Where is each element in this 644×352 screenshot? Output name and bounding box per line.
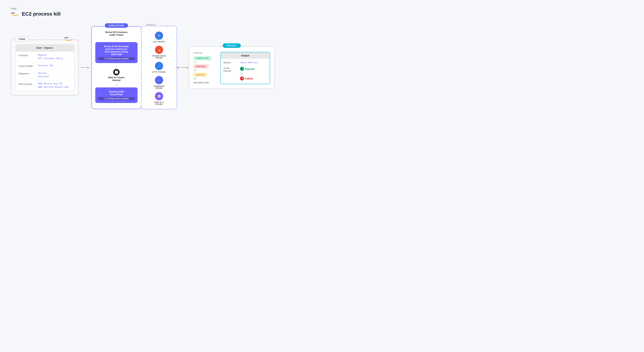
http-probe-icon: 🌐 xyxy=(155,62,163,70)
svg-text:i: i xyxy=(105,98,105,99)
tune-label: TUNE xyxy=(15,37,29,42)
execution-label: EXECUTION xyxy=(105,23,128,28)
probe-prometheus: 🔥 PROMETHEUSPROBE xyxy=(145,46,173,59)
or-1: OR xyxy=(194,61,215,64)
input-row-secrets: AWS Secrets AWS Access Key ID AWS Secret… xyxy=(16,80,74,91)
svg-text:⚙: ⚙ xyxy=(158,34,160,37)
or-2: OR xyxy=(194,69,215,72)
down-arrow-1: ↓ xyxy=(95,38,138,42)
execution-section: EXECUTION Derive EC2 instanceunder Chaos… xyxy=(91,26,142,109)
down-arrow-2: ↓ xyxy=(95,64,138,68)
arrow-tune-execution xyxy=(79,67,91,68)
srm-probe-label: SRM SLOPROBE xyxy=(154,102,164,105)
svg-text:🔥: 🔥 xyxy=(158,48,161,52)
metrics-label: Metrics xyxy=(224,61,238,64)
passed-label: Passed xyxy=(245,67,254,70)
or-3: OR xyxy=(194,78,215,80)
tune-section: TUNE aws User Inputs Common Region EC2 I… xyxy=(11,40,79,96)
probe-command: >_ COMMANDPROBE xyxy=(145,76,173,89)
exec-step-wait: 🕐 Wait for ChaosInterval xyxy=(95,69,138,82)
input-row-sequence: Sequence Serial Parallel xyxy=(16,70,74,80)
status-queued: QUEUED xyxy=(194,73,207,77)
priv-badge-1: i Privilege access required xyxy=(98,57,135,60)
clock-icon: 🕐 xyxy=(113,69,120,76)
fault-label: Fault xyxy=(11,7,633,10)
probe-k8s: ⚙ K8S PROBE xyxy=(145,32,173,43)
k8s-probe-label: K8S PROBE xyxy=(153,41,165,43)
output-card: Output Metrics chaos metrics Probe Resul… xyxy=(220,52,270,84)
status-errored: ERRORED xyxy=(194,64,209,68)
command-probe-label: COMMANDPROBE xyxy=(154,85,164,89)
failed-result: ✕ Failed xyxy=(240,76,254,80)
status-section: STATUS COMPLETED OR ERRORED OR QUEUED OR… xyxy=(194,52,215,84)
user-inputs-header: User Inputs xyxy=(16,44,74,52)
probes-section: PROBES ⚙ K8S PROBE 🔥 PROMETHEUSPROBE 🌐 H… xyxy=(141,26,177,109)
aws-logo-tune: aws xyxy=(64,36,73,42)
svg-text:>_: >_ xyxy=(158,79,160,82)
user-inputs-table: User Inputs Common Region EC2 Instance I… xyxy=(16,44,74,91)
down-arrow-3: ↓ xyxy=(95,83,138,87)
or-probe: OR xyxy=(240,72,254,75)
exec-step-delete-ssm: Deleting SSMDocuments i Privilege access… xyxy=(95,88,138,103)
svg-text:i: i xyxy=(105,58,105,59)
svg-text:aws: aws xyxy=(11,12,15,14)
status-incompleted: INCOMPLETED xyxy=(194,82,209,84)
failed-label: Failed xyxy=(245,77,253,80)
metrics-value: chaos metrics xyxy=(240,61,258,64)
x-icon: ✕ xyxy=(240,76,244,80)
arrow-probes-result xyxy=(177,67,189,68)
status-title: STATUS xyxy=(194,52,215,54)
svg-text:🌐: 🌐 xyxy=(158,64,161,68)
check-icon: ✓ xyxy=(240,67,244,71)
svg-point-4 xyxy=(104,98,106,100)
probes-label: PROBES xyxy=(145,24,157,26)
prometheus-probe-label: PROMETHEUSPROBE xyxy=(152,55,166,59)
srm-probe-icon: 📊 xyxy=(155,92,163,100)
exec-step-derive-instance: Derive EC2 instanceunder Chaos xyxy=(95,31,138,36)
output-row-metrics: Metrics chaos metrics xyxy=(224,61,267,64)
status-completed: COMPLETED xyxy=(194,56,211,60)
probe-results-sublabel: Results xyxy=(224,70,238,72)
command-probe-icon: >_ xyxy=(155,76,163,84)
input-row-chaos: Chaos Details Process IDs xyxy=(16,62,74,70)
flow-container: TUNE aws User Inputs Common Region EC2 I… xyxy=(11,26,633,109)
passed-result: ✓ Passed xyxy=(240,67,254,71)
result-section: RESULT STATUS COMPLETED OR ERRORED OR QU… xyxy=(189,46,275,89)
page-title: EC2 process kill xyxy=(22,11,60,17)
prometheus-probe-icon: 🔥 xyxy=(155,46,163,54)
svg-text:📊: 📊 xyxy=(158,95,161,98)
input-row-common: Common Region EC2 Instance ID(s) xyxy=(16,52,74,62)
probe-http: 🌐 HTTP PROBE xyxy=(145,62,173,73)
exec-step-kill-process: Derive & kill the targetprocess running … xyxy=(95,42,138,63)
result-label: RESULT xyxy=(222,43,241,48)
http-probe-label: HTTP PROBE xyxy=(152,71,166,73)
svg-text:aws: aws xyxy=(64,36,68,39)
priv-badge-2: i Privilege access required xyxy=(98,97,135,100)
svg-point-2 xyxy=(104,58,106,60)
aws-logo-header: aws xyxy=(11,11,19,17)
probe-srm: 📊 SRM SLOPROBE xyxy=(145,92,173,105)
k8s-probe-icon: ⚙ xyxy=(155,32,163,40)
probe-results-label: Probe xyxy=(224,67,238,70)
output-header: Output xyxy=(221,52,270,59)
output-row-probe-results: Probe Results ✓ Passed OR ✕ Failed xyxy=(224,67,267,80)
